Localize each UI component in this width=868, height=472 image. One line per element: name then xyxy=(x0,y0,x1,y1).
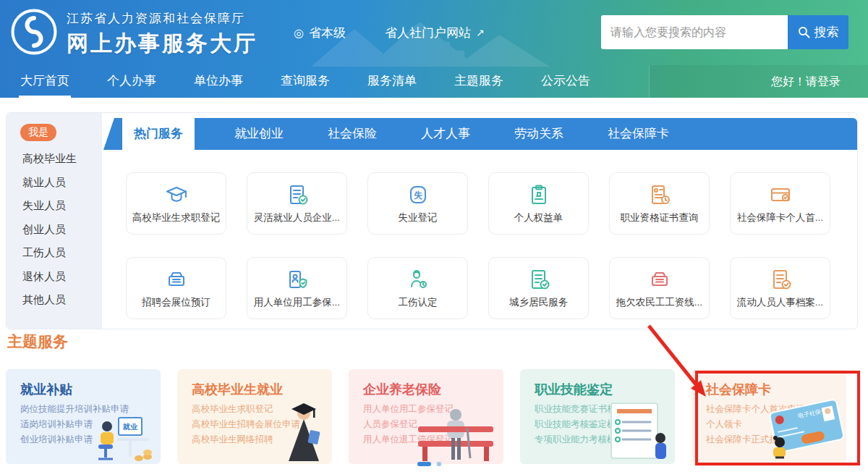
location-ring-icon: ◎ xyxy=(294,26,304,40)
service-label: 工伤认定 xyxy=(399,296,438,309)
theme-card-link[interactable]: 用人单位退工停保登记 xyxy=(363,434,454,446)
pagination-dot-active[interactable] xyxy=(417,462,431,466)
theme-card-link[interactable]: 职业技能考核鉴定机构备案 xyxy=(535,418,643,431)
theme-card-link[interactable]: 适岗培训补贴申请 xyxy=(20,418,129,431)
service-label: 职业资格证书查询 xyxy=(621,211,699,224)
service-card[interactable]: 流动人员人事档案... xyxy=(730,257,830,319)
agency-logo[interactable] xyxy=(10,8,58,56)
theme-card-3[interactable]: 企业养老保险用人单位用工参保登记人员参保登记用人单位退工停保登记 xyxy=(349,369,503,464)
nav-item-6[interactable]: 主题服务 xyxy=(454,65,503,98)
tab-3[interactable]: 社会保险 xyxy=(323,118,381,150)
theme-card-link[interactable]: 职业技能竞赛证书核发 xyxy=(535,403,643,416)
theme-card-5[interactable]: 社会保障卡社会保障卡个人首次申请个人领卡社会保障卡正式挂失电子社保卡 xyxy=(692,369,846,464)
theme-card-links: 高校毕业生求职登记高校毕业生招聘会展位申请高校毕业生网络招聘 xyxy=(192,403,300,446)
theme-card-link[interactable]: 社会保障卡个人首次申请 xyxy=(706,403,806,416)
sidebar-item-5[interactable]: 工伤人员 xyxy=(22,246,77,260)
role-sidebar: 我是 高校毕业生就业人员失业人员创业人员工伤人员退休人员其他人员 xyxy=(7,113,102,329)
role-items: 高校毕业生就业人员失业人员创业人员工伤人员退休人员其他人员 xyxy=(22,152,77,307)
external-link-icon: ↗ xyxy=(476,27,485,38)
service-card[interactable]: 高校毕业生求职登记 xyxy=(126,172,226,235)
tab-1[interactable]: 热门服务 xyxy=(122,118,195,150)
nav-items: 大厅首页个人办事单位办事查询服务服务清单主题服务公示公告 xyxy=(20,65,590,98)
service-card[interactable]: 个人权益单 xyxy=(488,172,589,235)
service-card[interactable]: 职业资格证书查询 xyxy=(609,172,710,235)
search-button[interactable]: 搜索 xyxy=(788,15,848,49)
sidebar-item-7[interactable]: 其他人员 xyxy=(22,293,77,307)
service-label: 城乡居民服务 xyxy=(509,296,568,309)
nav-item-4[interactable]: 查询服务 xyxy=(281,65,330,98)
service-card[interactable]: 工伤认定 xyxy=(367,257,468,319)
pagination-dot[interactable] xyxy=(437,462,441,466)
service-card[interactable]: 社会保障卡个人首... xyxy=(730,172,830,235)
main-navbar: 大厅首页个人办事单位办事查询服务服务清单主题服务公示公告 您好！请登录 xyxy=(0,65,868,98)
theme-section-title: 主题服务 xyxy=(7,332,68,352)
svg-text:失: 失 xyxy=(414,190,423,201)
login-link[interactable]: 您好！请登录 xyxy=(771,65,841,98)
theme-card-links: 社会保障卡个人首次申请个人领卡社会保障卡正式挂失 xyxy=(706,403,806,446)
service-card[interactable]: 城乡居民服务 xyxy=(488,257,589,319)
service-label: 招聘会展位预订 xyxy=(142,296,210,309)
search-icon xyxy=(798,26,810,38)
portal-link[interactable]: 省人社门户网站 ↗ xyxy=(385,0,485,65)
worker-icon xyxy=(407,268,430,291)
social-card-icon xyxy=(769,183,792,206)
id-shield-icon xyxy=(286,268,309,291)
tab-6[interactable]: 社会保障卡 xyxy=(603,118,673,150)
theme-card-link[interactable]: 用人单位用工参保登记 xyxy=(363,403,454,416)
org-title: 江苏省人力资源和社会保障厅 xyxy=(67,10,258,27)
theme-card-title: 高校毕业生就业 xyxy=(192,381,283,398)
search-bar: 搜索 xyxy=(601,15,848,49)
theme-card-link[interactable]: 岗位技能提升培训补贴申请 xyxy=(20,403,129,416)
service-label: 个人权益单 xyxy=(514,211,563,224)
tab-4[interactable]: 人才人事 xyxy=(417,118,475,150)
archive-doc-icon xyxy=(769,268,792,291)
theme-card-link[interactable]: 创业培训补贴申请 xyxy=(20,434,129,446)
theme-card-links: 岗位技能提升培训补贴申请适岗培训补贴申请创业培训补贴申请 xyxy=(20,403,129,446)
service-card[interactable]: 用人单位用工参保... xyxy=(247,257,347,319)
nav-item-3[interactable]: 单位办事 xyxy=(194,65,243,98)
nav-item-1[interactable]: 大厅首页 xyxy=(20,65,69,98)
service-label: 用人单位用工参保... xyxy=(254,296,340,309)
theme-card-link[interactable]: 高校毕业生网络招聘 xyxy=(192,434,300,446)
theme-card-link[interactable]: 人员参保登记 xyxy=(363,418,454,431)
theme-card-title: 企业养老保险 xyxy=(363,381,441,398)
service-label: 灵活就业人员企业... xyxy=(254,211,340,224)
graduation-cap-icon xyxy=(165,183,188,206)
theme-card-links: 职业技能竞赛证书核发职业技能考核鉴定机构备案专项职业能力考核机构备案 xyxy=(535,403,643,446)
nav-item-5[interactable]: 服务清单 xyxy=(367,65,417,98)
portal-label: 省人社门户网站 xyxy=(385,25,471,41)
search-input[interactable] xyxy=(601,15,788,49)
tab-2[interactable]: 就业创业 xyxy=(230,118,288,150)
theme-card-4[interactable]: 职业技能鉴定职业技能竞赛证书核发职业技能考核鉴定机构备案专项职业能力考核机构备案 xyxy=(520,369,675,464)
document-check-icon xyxy=(286,183,309,206)
theme-card-link[interactable]: 高校毕业生招聘会展位申请 xyxy=(192,418,300,431)
sidebar-item-3[interactable]: 失业人员 xyxy=(22,199,77,213)
tab-5[interactable]: 劳动关系 xyxy=(510,118,568,150)
service-card[interactable]: 拖欠农民工工资线... xyxy=(609,257,710,319)
search-button-label: 搜索 xyxy=(814,24,839,41)
theme-card-link[interactable]: 高校毕业生求职登记 xyxy=(192,403,300,416)
theme-card-link[interactable]: 专项职业能力考核机构备案 xyxy=(535,434,643,446)
theme-card-1[interactable]: 就业补贴岗位技能提升培训补贴申请适岗培训补贴申请创业培训补贴申请就业 xyxy=(6,369,161,464)
service-card[interactable]: 失失业登记 xyxy=(367,172,468,235)
theme-card-title: 社会保障卡 xyxy=(706,381,771,398)
nav-item-7[interactable]: 公示公告 xyxy=(541,65,590,98)
service-card[interactable]: 灵活就业人员企业... xyxy=(247,172,347,235)
region-label: 省本级 xyxy=(309,25,346,41)
header-top: 江苏省人力资源和社会保障厅 网上办事服务大厅 ◎ 省本级 省人社门户网站 ↗ 搜 xyxy=(0,0,868,65)
theme-card-link[interactable]: 社会保障卡正式挂失 xyxy=(706,434,806,446)
theme-card-title: 就业补贴 xyxy=(20,381,72,398)
sidebar-item-6[interactable]: 退休人员 xyxy=(22,270,77,284)
service-label: 失业登记 xyxy=(399,211,438,224)
wage-box-icon xyxy=(648,268,671,291)
sidebar-item-4[interactable]: 创业人员 xyxy=(22,223,77,237)
theme-card-link[interactable]: 个人领卡 xyxy=(706,418,806,431)
role-badge: 我是 xyxy=(20,124,56,141)
nav-item-2[interactable]: 个人办事 xyxy=(107,65,156,98)
sidebar-item-1[interactable]: 高校毕业生 xyxy=(22,152,77,166)
region-selector[interactable]: ◎ 省本级 xyxy=(294,0,346,65)
theme-card-2[interactable]: 高校毕业生就业高校毕业生求职登记高校毕业生招聘会展位申请高校毕业生网络招聘 xyxy=(177,369,332,464)
unemployment-badge-icon: 失 xyxy=(407,183,430,206)
sidebar-item-2[interactable]: 就业人员 xyxy=(22,176,77,190)
service-card[interactable]: 招聘会展位预订 xyxy=(126,257,226,319)
